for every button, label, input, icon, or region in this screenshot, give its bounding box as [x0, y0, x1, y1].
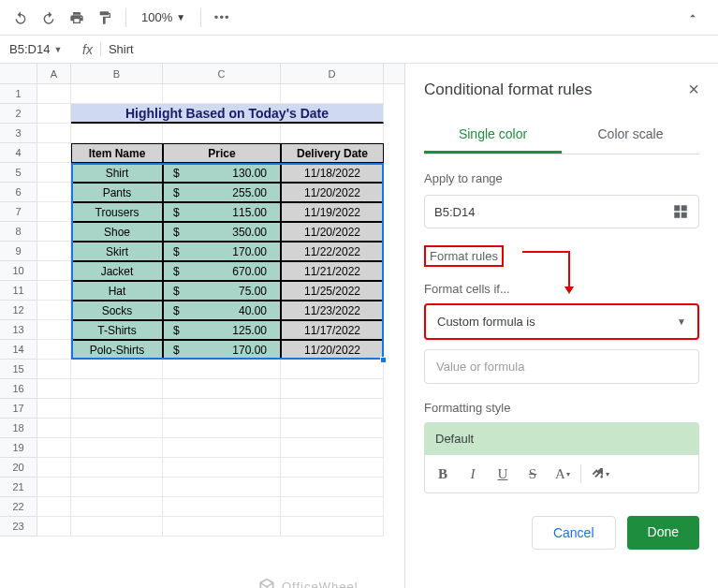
row-header[interactable]: 16	[0, 379, 37, 399]
column-header[interactable]: A	[37, 64, 71, 83]
price-cell[interactable]: $170.00	[163, 242, 281, 261]
name-box[interactable]: B5:D14▼	[9, 42, 75, 56]
cell[interactable]	[37, 301, 71, 320]
strikethrough-button[interactable]: S	[519, 461, 547, 487]
row-header[interactable]: 9	[0, 242, 37, 261]
cell[interactable]	[37, 84, 71, 104]
tab-single-color[interactable]: Single color	[424, 117, 562, 154]
underline-button[interactable]: U	[489, 461, 517, 487]
row-header[interactable]: 5	[0, 163, 37, 183]
row-header[interactable]: 10	[0, 261, 37, 281]
row-header[interactable]: 22	[0, 497, 37, 517]
formula-bar[interactable]: Shirt	[100, 42, 709, 56]
cell[interactable]	[281, 419, 384, 438]
condition-dropdown[interactable]: Custom formula is ▼	[424, 303, 699, 340]
cell[interactable]	[281, 438, 384, 458]
cell[interactable]	[71, 419, 163, 438]
column-header[interactable]: D	[281, 64, 384, 83]
fill-color-button[interactable]: ▾	[585, 461, 613, 487]
cell[interactable]	[163, 399, 281, 419]
date-cell[interactable]: 11/20/2022	[281, 183, 384, 202]
cell[interactable]	[281, 478, 384, 497]
cell[interactable]	[37, 202, 71, 222]
date-cell[interactable]: 11/17/2022	[281, 320, 384, 340]
cell[interactable]	[71, 478, 163, 497]
column-header[interactable]: B	[71, 64, 163, 83]
item-cell[interactable]: T-Shirts	[71, 320, 163, 340]
price-cell[interactable]: $125.00	[163, 320, 281, 340]
cancel-button[interactable]: Cancel	[532, 516, 616, 550]
header-item[interactable]: Item Name	[71, 143, 163, 163]
item-cell[interactable]: Socks	[71, 301, 163, 320]
item-cell[interactable]: Trousers	[71, 202, 163, 222]
cell[interactable]	[71, 124, 163, 143]
cell[interactable]	[163, 438, 281, 458]
cell[interactable]	[37, 261, 71, 281]
cell[interactable]	[281, 84, 384, 104]
cell[interactable]	[37, 478, 71, 497]
cell[interactable]	[37, 458, 71, 478]
cell[interactable]	[281, 458, 384, 478]
cell[interactable]	[37, 399, 71, 419]
cell[interactable]	[71, 379, 163, 399]
cell[interactable]	[281, 517, 384, 537]
price-cell[interactable]: $170.00	[163, 340, 281, 360]
price-cell[interactable]: $255.00	[163, 183, 281, 202]
header-date[interactable]: Delivery Date	[281, 143, 384, 163]
cell[interactable]	[163, 478, 281, 497]
item-cell[interactable]: Jacket	[71, 261, 163, 281]
print-button[interactable]	[66, 7, 88, 29]
cell[interactable]	[37, 163, 71, 183]
row-header[interactable]: 8	[0, 222, 37, 242]
date-cell[interactable]: 11/20/2022	[281, 222, 384, 242]
collapse-toolbar-button[interactable]	[686, 9, 699, 25]
date-cell[interactable]: 11/22/2022	[281, 242, 384, 261]
item-cell[interactable]: Shoe	[71, 222, 163, 242]
undo-button[interactable]	[9, 7, 32, 29]
cell[interactable]	[37, 379, 71, 399]
cell[interactable]	[37, 143, 71, 163]
price-cell[interactable]: $40.00	[163, 301, 281, 320]
cell[interactable]	[281, 124, 384, 143]
text-color-button[interactable]: A▾	[549, 461, 577, 487]
price-cell[interactable]: $350.00	[163, 222, 281, 242]
cell[interactable]	[163, 124, 281, 143]
cell[interactable]	[281, 399, 384, 419]
redo-button[interactable]	[37, 7, 60, 29]
cell[interactable]	[37, 438, 71, 458]
italic-button[interactable]: I	[459, 461, 487, 487]
cell[interactable]	[37, 242, 71, 261]
cell[interactable]	[71, 497, 163, 517]
row-header[interactable]: 2	[0, 104, 37, 124]
range-input[interactable]: B5:D14	[424, 195, 699, 228]
cell[interactable]	[163, 419, 281, 438]
cell[interactable]	[37, 183, 71, 202]
cell[interactable]	[163, 379, 281, 399]
paint-format-button[interactable]	[94, 7, 116, 29]
date-cell[interactable]: 11/25/2022	[281, 281, 384, 301]
spreadsheet-grid[interactable]: A B C D 12345678910111213141516171819202…	[0, 64, 404, 588]
cell[interactable]	[37, 222, 71, 242]
row-header[interactable]: 20	[0, 458, 37, 478]
price-cell[interactable]: $130.00	[163, 163, 281, 183]
date-cell[interactable]: 11/19/2022	[281, 202, 384, 222]
row-header[interactable]: 19	[0, 438, 37, 458]
cell[interactable]	[37, 517, 71, 537]
row-header[interactable]: 7	[0, 202, 37, 222]
cell[interactable]	[37, 497, 71, 517]
row-header[interactable]: 15	[0, 360, 37, 379]
row-header[interactable]: 6	[0, 183, 37, 202]
header-price[interactable]: Price	[163, 143, 281, 163]
row-header[interactable]: 14	[0, 340, 37, 360]
cell[interactable]	[37, 340, 71, 360]
cell[interactable]	[71, 360, 163, 379]
cell[interactable]	[163, 497, 281, 517]
row-header[interactable]: 11	[0, 281, 37, 301]
price-cell[interactable]: $670.00	[163, 261, 281, 281]
date-cell[interactable]: 11/20/2022	[281, 340, 384, 360]
price-cell[interactable]: $115.00	[163, 202, 281, 222]
date-cell[interactable]: 11/21/2022	[281, 261, 384, 281]
cell[interactable]	[37, 281, 71, 301]
style-preview[interactable]: Default	[424, 422, 699, 455]
row-header[interactable]: 12	[0, 301, 37, 320]
